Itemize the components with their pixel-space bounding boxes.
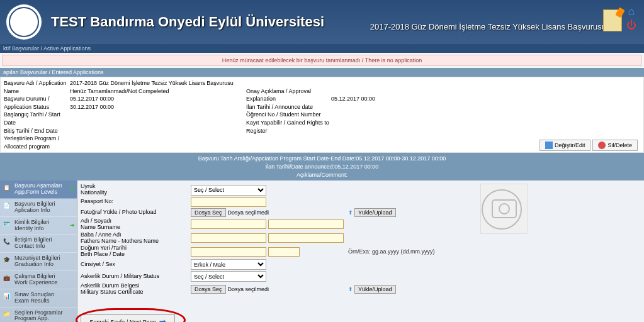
label-app-status: Başvuru Durumu / Application Status — [4, 95, 70, 111]
birthdate-input[interactable] — [268, 247, 300, 257]
camera-icon — [492, 199, 517, 218]
mother-name-input[interactable] — [268, 233, 344, 243]
birthplace-input[interactable] — [191, 247, 266, 257]
notice-bar: Henüz müracaat edilebilecek bir başvuru … — [2, 55, 642, 66]
label-start-date: Başlangıç Tarihi / Start Date — [4, 111, 70, 126]
military-select[interactable]: Seç / Select — [191, 271, 266, 282]
value-start-date: 05.12.2017 00:00 — [70, 95, 246, 103]
exam-icon: 📊 — [3, 294, 12, 303]
photo-file-status: Dosya seçilmedi — [228, 209, 269, 216]
sidebar-item-application-info[interactable]: 📄Başvuru BilgileriAplication Info — [0, 199, 77, 217]
delete-icon — [598, 142, 606, 149]
sidebar: 📋Başvuru AşamalarıApp.Form Levels▼ 📄Başv… — [0, 180, 77, 322]
military-file-button[interactable]: Dosya Seç — [191, 285, 226, 294]
edit-button[interactable]: Değiştir/Edit — [539, 140, 591, 151]
label-student-no: Öğrenci No / Student Number — [246, 111, 331, 119]
label-approval: Onay Açıklama / Approval Explanation — [246, 87, 331, 103]
sidebar-item-program-app[interactable]: 📁Seçilen ProgramlarProgram App. — [0, 308, 77, 322]
military-upload-button[interactable]: Yükle/Upload — [354, 285, 396, 294]
sidebar-item-exam-results[interactable]: 📊Sınav SonuçlarıExam Results — [0, 289, 77, 308]
edit-icon — [545, 142, 553, 149]
label-end-date: Bitiş Tarihi / End Date — [4, 127, 70, 135]
label-app-name: Başvuru Adı / Application Name — [4, 79, 70, 95]
sidebar-item-work-experience[interactable]: 💼Çalışma BilgileriWork Experience — [0, 271, 77, 289]
label-allocated: Yerleştirilen Program / Allocated progra… — [4, 135, 70, 150]
section-header: apılan Başvurular / Entered Applications — [0, 68, 644, 77]
id-icon: 🪪 — [3, 221, 12, 230]
surname-input[interactable] — [268, 219, 344, 229]
power-icon[interactable]: ⏻ — [625, 19, 638, 31]
nationality-select[interactable]: Seç / Select — [191, 185, 266, 196]
work-icon: 💼 — [3, 275, 12, 284]
sidebar-item-contact-info[interactable]: 📞İletişim BilgileriContact Info — [0, 235, 77, 253]
upload-icon: ⬆ — [348, 209, 353, 216]
label-register: Kayıt Yapabilir / Gained Rights to Regis… — [246, 119, 331, 135]
header-subtitle: 2017-2018 Güz Dönemi İşletme Tezsiz Yüks… — [370, 22, 606, 31]
page-header: TEST Bandırma Onyedi Eylül Üniversitesi … — [0, 0, 644, 44]
sidebar-item-identity-info[interactable]: 🪪Kimlik BilgileriIdentity Info➔ — [0, 217, 77, 235]
note-icon[interactable] — [603, 9, 622, 31]
info-icon: 📄 — [3, 203, 12, 212]
next-page-button[interactable]: Sonraki Sayfa / Next Page➡ — [81, 314, 175, 322]
value-end-date: 30.12.2017 00:00 — [70, 103, 246, 111]
value-announce: 05.12.2017 00:00 — [331, 95, 640, 103]
value-app-name: 2017-2018 Güz Dönemi İşletme Tezsiz Yüks… — [70, 79, 246, 87]
header-title: TEST Bandırma Onyedi Eylül Üniversitesi — [51, 14, 324, 30]
sidebar-item-form-levels[interactable]: 📋Başvuru AşamalarıApp.Form Levels▼ — [0, 180, 77, 199]
info-strip: Başvuru Tarih Aralığı/Appciation Program… — [0, 153, 644, 180]
label-announce: İlan Tarihi / Announce date — [246, 103, 331, 111]
photo-upload-button[interactable]: Yükle/Upload — [354, 208, 396, 217]
date-hint: Örn/Exa: gg.aa.yyyy (dd.mm.yyyy) — [348, 248, 435, 255]
father-name-input[interactable] — [191, 233, 266, 243]
military-file-status: Dosya seçilmedi — [228, 286, 269, 292]
photo-placeholder — [480, 184, 528, 234]
photo-file-button[interactable]: Dosya Seç — [191, 208, 226, 217]
delete-button[interactable]: Sil/Delete — [592, 140, 638, 151]
arrow-right-icon: ➡ — [159, 317, 166, 322]
program-icon: 📁 — [3, 311, 12, 320]
application-info-grid: Başvuru Adı / Application Name Başvuru D… — [0, 77, 644, 153]
value-app-status: Henüz Tamamlanmadı/Not Compeleted — [70, 87, 246, 96]
upload-icon: ⬆ — [348, 286, 353, 292]
firstname-input[interactable] — [191, 219, 266, 229]
graduation-icon: 🎓 — [3, 257, 12, 266]
passport-input[interactable] — [191, 197, 266, 207]
contact-icon: 📞 — [3, 239, 12, 248]
university-logo — [6, 4, 42, 40]
form-icon: 📋 — [3, 185, 12, 194]
gender-select[interactable]: Erkek / Male — [191, 259, 266, 270]
home-icon[interactable]: ⌂ — [625, 5, 638, 18]
breadcrumb: ktif Başvurular / Active Applications — [0, 44, 644, 53]
sidebar-item-graduation-info[interactable]: 🎓Mezuniyet BilgileriGraduation Info — [0, 253, 77, 271]
